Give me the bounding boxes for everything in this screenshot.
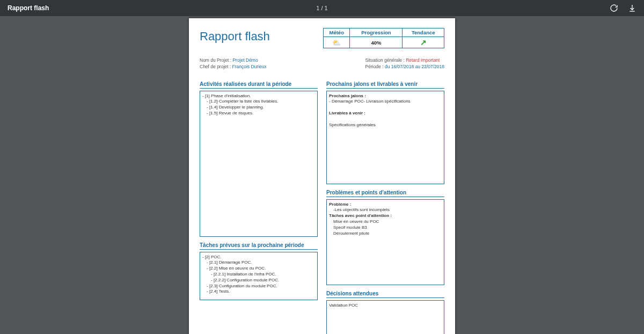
tasks-line: - [2.3] Configuration du module POC.	[202, 284, 315, 289]
download-icon[interactable]	[628, 4, 636, 12]
tasks-box: - [2] POC. - [2.1] Démarrage POC. - [2.2…	[200, 252, 318, 300]
document-title: Rapport flash	[200, 28, 270, 43]
status-header-weather: Météo	[324, 28, 350, 37]
right-column: Prochains jalons et livrables à venir Pr…	[326, 76, 444, 334]
milestones-deliverables-text: Spécifications générales	[329, 122, 376, 127]
status-header-progress: Progression	[350, 28, 402, 37]
status-trend-cell: ↗	[402, 37, 444, 48]
milestones-deliverables-label: Livrables à venir :	[329, 111, 365, 115]
tasks-line: - [2.2.1] Installation de l'infra POC.	[202, 272, 315, 278]
tasks-line: - [2.2.2] Configuration module POC.	[202, 278, 315, 284]
left-column: Activités réalisées durant la période - …	[200, 76, 318, 334]
status-header-trend: Tendance	[402, 28, 444, 37]
milestones-jalons-label: Prochains jalons :	[329, 93, 366, 98]
tasks-line: - [2.4] Tests.	[202, 289, 315, 295]
milestones-jalons-text: - Démarrage POC- Livraison spécification…	[329, 99, 411, 104]
situation-value: Retard important	[406, 57, 440, 63]
weather-icon: ⛅	[332, 39, 341, 47]
activities-line: - [1.4] Developper le planning.	[202, 105, 315, 111]
activities-title: Activités réalisées durant la période	[200, 81, 318, 89]
meta-left: Nom du Projet : Projet Démo Chef de proj…	[200, 57, 267, 70]
pdf-viewport[interactable]: Rapport flash Météo Progression Tendance…	[0, 16, 644, 334]
period-value: du 16/07/2018 au 22/07/2018	[385, 64, 444, 69]
manager-value: François Durieux	[232, 64, 266, 69]
activities-line: - [1.2] Compléter la liste des livrables…	[202, 99, 315, 105]
tasks-line: - [2.2] Mise en oeuvre du POC.	[202, 266, 315, 272]
situation-label: Situation générale :	[365, 57, 406, 63]
status-progress-cell: 40%	[350, 37, 402, 48]
problems-attention-line: Déroulement pilote	[329, 231, 442, 237]
rotate-icon[interactable]	[610, 4, 618, 12]
decisions-text: Validation POC	[329, 303, 358, 308]
period-label: Période :	[365, 64, 385, 69]
project-label: Nom du Projet :	[200, 57, 232, 63]
activities-line: - [1] Phase d'initialisation.	[202, 93, 251, 98]
activities-box: - [1] Phase d'initialisation. - [1.2] Co…	[200, 91, 318, 237]
pdf-page: Rapport flash Météo Progression Tendance…	[189, 18, 455, 334]
status-table: Météo Progression Tendance ⛅ 40% ↗	[323, 28, 444, 48]
problems-problem-text: -Les objectifs sont incomplets	[329, 207, 442, 213]
pdf-toolbar: Rapport flash 1 / 1	[0, 0, 644, 16]
problems-title: Problèmes et points d'attention	[326, 190, 444, 197]
decisions-box: Validation POC	[326, 300, 444, 334]
trend-up-icon: ↗	[420, 38, 427, 47]
manager-label: Chef de projet :	[200, 64, 232, 69]
problems-box: Problème : -Les objectifs sont incomplet…	[326, 199, 444, 285]
problems-attention-line: Specif module B3	[329, 225, 442, 231]
tasks-line: - [2.1] Démarrage POC.	[202, 260, 315, 266]
tasks-title: Tâches prévues sur la prochaine période	[200, 242, 318, 250]
toolbar-page-count: 1 / 1	[316, 5, 327, 11]
activities-line: - [1.5] Revue de risques.	[202, 111, 315, 117]
problems-attention-label: Tâches avec point d'attention :	[329, 213, 392, 218]
problems-attention-line: Mise en oeuvre du POC	[329, 219, 442, 225]
milestones-title: Prochains jalons et livrables à venir	[326, 81, 444, 89]
decisions-title: Décisions attendues	[326, 291, 444, 298]
milestones-box: Prochains jalons : - Démarrage POC- Livr…	[326, 91, 444, 184]
meta-right: Situation générale : Retard important Pé…	[365, 57, 444, 70]
status-weather-cell: ⛅	[324, 37, 350, 48]
tasks-line: - [2] POC.	[202, 255, 222, 259]
toolbar-title: Rapport flash	[8, 4, 49, 12]
project-value: Projet Démo	[232, 57, 258, 63]
problems-problem-label: Problème :	[329, 202, 351, 207]
